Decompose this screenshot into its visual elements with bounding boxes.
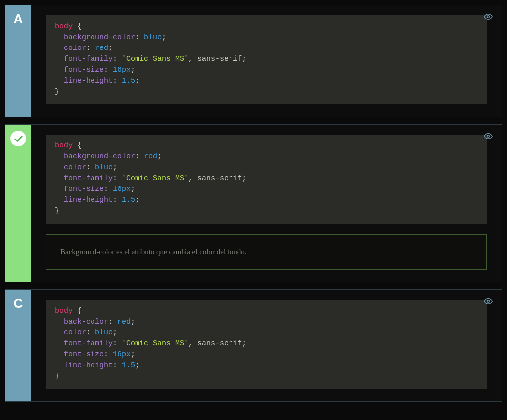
eye-icon[interactable] xyxy=(484,297,493,306)
explanation-box: Background-color es el atributo que camb… xyxy=(46,234,487,270)
option-content: body { background-color: red; color: blu… xyxy=(31,125,502,282)
eye-icon[interactable] xyxy=(484,12,493,21)
option-letter: C xyxy=(14,296,23,311)
svg-point-0 xyxy=(487,16,490,18)
option-label-column: C xyxy=(5,290,31,401)
answer-option[interactable]: body { background-color: red; color: blu… xyxy=(5,124,502,282)
option-label-column: A xyxy=(5,5,31,117)
code-block: body { background-color: blue; color: re… xyxy=(46,15,487,104)
option-letter: A xyxy=(14,11,23,27)
answer-option[interactable]: Abody { background-color: blue; color: r… xyxy=(5,5,502,117)
code-block: body { back-color: red; color: blue; fon… xyxy=(46,300,487,389)
code-block: body { background-color: red; color: blu… xyxy=(46,135,487,224)
option-content: body { back-color: red; color: blue; fon… xyxy=(31,290,502,401)
svg-point-1 xyxy=(487,135,490,138)
check-icon xyxy=(10,131,26,146)
svg-point-2 xyxy=(487,300,490,303)
option-label-column xyxy=(5,125,31,282)
eye-icon[interactable] xyxy=(484,132,493,140)
answer-option[interactable]: Cbody { back-color: red; color: blue; fo… xyxy=(5,289,502,402)
option-content: body { background-color: blue; color: re… xyxy=(31,5,502,117)
